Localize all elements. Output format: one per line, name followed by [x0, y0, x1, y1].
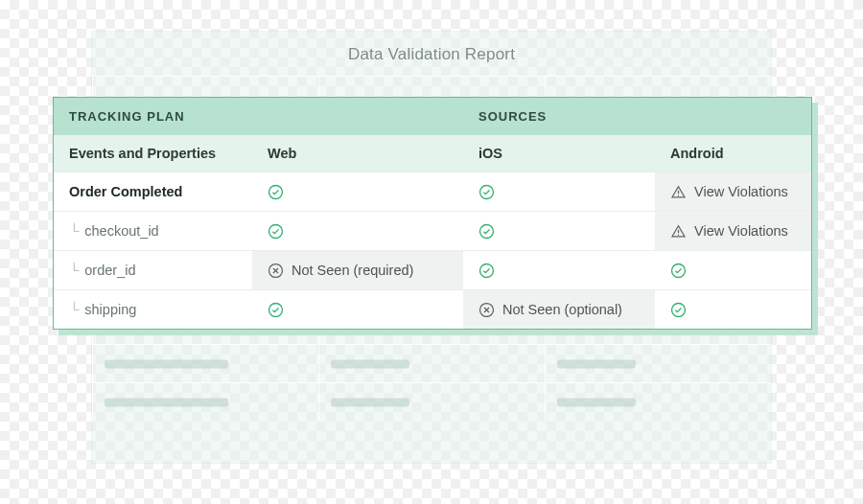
check-circle-icon	[268, 223, 284, 240]
svg-point-9	[480, 263, 494, 277]
svg-point-3	[678, 195, 679, 195]
status-ok	[655, 290, 811, 329]
section-header-row: TRACKING PLAN SOURCES	[54, 98, 811, 135]
warning-triangle-icon	[670, 184, 687, 200]
status-ok	[252, 212, 463, 250]
status-not-seen-required: Not Seen (required)	[252, 251, 463, 289]
status-ok	[463, 251, 655, 289]
property-label: checkout_id	[84, 223, 158, 239]
status-ok	[252, 290, 463, 329]
check-circle-icon	[670, 263, 687, 279]
warning-triangle-icon	[670, 223, 687, 240]
event-row-order-completed: Order Completed View Violations	[54, 172, 811, 211]
status-ok	[463, 212, 655, 250]
x-circle-icon	[478, 302, 495, 318]
status-not-seen-optional: Not Seen (optional)	[463, 290, 655, 329]
column-header-row: Events and Properties Web iOS Android	[54, 135, 811, 172]
check-circle-icon	[478, 223, 495, 240]
view-violations-button[interactable]: View Violations	[655, 212, 811, 250]
view-violations-label: View Violations	[694, 184, 788, 199]
tree-branch-icon: └	[69, 223, 79, 239]
svg-point-4	[269, 224, 283, 238]
col-web: Web	[268, 146, 478, 161]
svg-point-10	[672, 263, 686, 277]
status-ok	[252, 172, 463, 211]
check-circle-icon	[268, 302, 284, 318]
svg-point-5	[480, 224, 494, 238]
check-circle-icon	[268, 184, 284, 200]
report-title: Data Validation Report	[92, 32, 771, 76]
section-sources: SOURCES	[478, 109, 670, 124]
property-label: order_id	[84, 263, 135, 278]
view-violations-label: View Violations	[694, 223, 788, 239]
status-ok	[463, 172, 655, 211]
property-row-shipping: └shipping Not Seen (optional)	[54, 289, 811, 329]
status-ok	[655, 251, 811, 289]
not-seen-required-label: Not Seen (required)	[292, 263, 413, 278]
not-seen-optional-label: Not Seen (optional)	[502, 302, 622, 317]
svg-point-0	[269, 185, 283, 198]
col-events: Events and Properties	[69, 146, 268, 161]
property-label: shipping	[84, 302, 136, 317]
svg-point-1	[480, 185, 494, 198]
x-circle-icon	[268, 263, 284, 279]
check-circle-icon	[478, 184, 495, 200]
tree-branch-icon: └	[69, 263, 79, 278]
section-tracking-plan: TRACKING PLAN	[69, 109, 268, 124]
property-row-checkout-id: └checkout_id View Violations	[54, 211, 811, 250]
property-row-order-id: └order_id Not Seen (required)	[54, 250, 811, 289]
validation-card: TRACKING PLAN SOURCES Events and Propert…	[53, 97, 812, 330]
view-violations-button[interactable]: View Violations	[655, 172, 811, 211]
svg-point-13	[672, 303, 686, 316]
check-circle-icon	[478, 263, 495, 279]
col-ios: iOS	[478, 146, 670, 161]
property-name: └checkout_id	[54, 212, 252, 250]
svg-point-11	[269, 303, 283, 316]
tree-branch-icon: └	[69, 302, 79, 317]
col-android: Android	[670, 146, 796, 161]
svg-point-7	[678, 234, 679, 235]
event-name: Order Completed	[54, 172, 252, 211]
check-circle-icon	[670, 302, 687, 318]
property-name: └shipping	[54, 290, 252, 329]
property-name: └order_id	[54, 251, 252, 289]
